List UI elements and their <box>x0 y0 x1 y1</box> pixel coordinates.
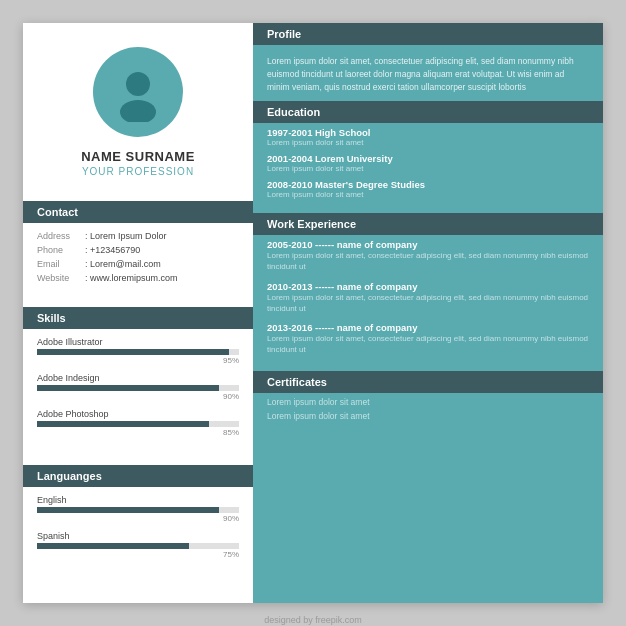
skill-bar-fill-photoshop <box>37 421 209 427</box>
contact-row-website: Website : www.loremipsum.com <box>37 273 239 283</box>
edu-item-1: 1997-2001 High School Lorem ipsum dolor … <box>267 127 589 147</box>
lang-percent-spanish: 75% <box>37 550 239 559</box>
education-header: Education <box>253 101 603 123</box>
contact-value-address: : Lorem Ipsum Dolor <box>85 231 167 241</box>
lang-bar-bg-spanish <box>37 543 239 549</box>
skill-bar-fill-illustrator <box>37 349 229 355</box>
contact-row-email: Email : Lorem@mail.com <box>37 259 239 269</box>
contact-section: Address : Lorem Ipsum Dolor Phone : +123… <box>23 223 253 295</box>
contact-label-email: Email <box>37 259 85 269</box>
profession-text: YOUR PROFESSION <box>81 166 195 177</box>
left-column: NAME SURNAME YOUR PROFESSION Contact Add… <box>23 23 253 603</box>
lang-name-english: English <box>37 495 239 505</box>
cert-item-2: Lorem ipsum dolor sit amet <box>267 411 589 421</box>
lang-item-english: English 90% <box>37 495 239 523</box>
work-item-3: 2013-2016 ------ name of company Lorem i… <box>267 322 589 355</box>
work-title-1: 2005-2010 ------ name of company <box>267 239 589 250</box>
contact-header: Contact <box>23 201 253 223</box>
skill-bar-bg-photoshop <box>37 421 239 427</box>
work-header: Work Experience <box>253 213 603 235</box>
work-section: 2005-2010 ------ name of company Lorem i… <box>253 235 603 371</box>
profile-text: Lorem ipsum dolor sit amet, consectetuer… <box>267 55 589 93</box>
profile-header: Profile <box>253 23 603 45</box>
name-text: NAME SURNAME <box>81 149 195 164</box>
contact-label-phone: Phone <box>37 245 85 255</box>
skill-name-illustrator: Adobe Illustrator <box>37 337 239 347</box>
work-item-1: 2005-2010 ------ name of company Lorem i… <box>267 239 589 272</box>
certificates-section: Lorem ipsum dolor sit amet Lorem ipsum d… <box>253 393 603 435</box>
edu-item-2: 2001-2004 Lorem University Lorem ipsum d… <box>267 153 589 173</box>
skill-bar-bg-illustrator <box>37 349 239 355</box>
svg-point-1 <box>120 100 156 122</box>
skill-item-indesign: Adobe Indesign 90% <box>37 373 239 401</box>
svg-point-0 <box>126 72 150 96</box>
lang-percent-english: 90% <box>37 514 239 523</box>
skill-bar-bg-indesign <box>37 385 239 391</box>
edu-title-2: 2001-2004 Lorem University <box>267 153 589 164</box>
work-item-2: 2010-2013 ------ name of company Lorem i… <box>267 281 589 314</box>
contact-row-phone: Phone : +123456790 <box>37 245 239 255</box>
contact-value-phone: : +123456790 <box>85 245 140 255</box>
edu-item-3: 2008-2010 Master's Degree Studies Lorem … <box>267 179 589 199</box>
contact-value-email: : Lorem@mail.com <box>85 259 161 269</box>
avatar <box>93 47 183 137</box>
skill-bar-fill-indesign <box>37 385 219 391</box>
contact-value-website: : www.loremipsum.com <box>85 273 178 283</box>
edu-title-1: 1997-2001 High School <box>267 127 589 138</box>
cert-item-1: Lorem ipsum dolor sit amet <box>267 397 589 407</box>
skills-section: Adobe Illustrator 95% Adobe Indesign 90%… <box>23 329 253 453</box>
work-title-2: 2010-2013 ------ name of company <box>267 281 589 292</box>
skills-header: Skills <box>23 307 253 329</box>
work-sub-3: Lorem ipsum dolor sit amet, consectetuer… <box>267 333 589 355</box>
edu-sub-2: Lorem ipsum dolor sit amet <box>267 164 589 173</box>
lang-item-spanish: Spanish 75% <box>37 531 239 559</box>
edu-sub-1: Lorem ipsum dolor sit amet <box>267 138 589 147</box>
name-block: NAME SURNAME YOUR PROFESSION <box>81 149 195 177</box>
lang-bar-fill-english <box>37 507 219 513</box>
work-sub-2: Lorem ipsum dolor sit amet, consectetuer… <box>267 292 589 314</box>
skill-item-illustrator: Adobe Illustrator 95% <box>37 337 239 365</box>
languages-section: English 90% Spanish 75% <box>23 487 253 575</box>
profile-section: Lorem ipsum dolor sit amet, consectetuer… <box>253 45 603 101</box>
skill-item-photoshop: Adobe Photoshop 85% <box>37 409 239 437</box>
lang-bar-bg-english <box>37 507 239 513</box>
contact-label-website: Website <box>37 273 85 283</box>
certificates-header: Certificates <box>253 371 603 393</box>
lang-name-spanish: Spanish <box>37 531 239 541</box>
skill-percent-illustrator: 95% <box>37 356 239 365</box>
resume-page: NAME SURNAME YOUR PROFESSION Contact Add… <box>23 23 603 603</box>
contact-label-address: Address <box>37 231 85 241</box>
education-section: 1997-2001 High School Lorem ipsum dolor … <box>253 123 603 213</box>
skill-percent-photoshop: 85% <box>37 428 239 437</box>
edu-sub-3: Lorem ipsum dolor sit amet <box>267 190 589 199</box>
skill-name-photoshop: Adobe Photoshop <box>37 409 239 419</box>
edu-title-3: 2008-2010 Master's Degree Studies <box>267 179 589 190</box>
languages-header: Languanges <box>23 465 253 487</box>
contact-row-address: Address : Lorem Ipsum Dolor <box>37 231 239 241</box>
work-title-3: 2013-2016 ------ name of company <box>267 322 589 333</box>
avatar-section: NAME SURNAME YOUR PROFESSION <box>23 23 253 189</box>
right-column: Profile Lorem ipsum dolor sit amet, cons… <box>253 23 603 603</box>
work-sub-1: Lorem ipsum dolor sit amet, consectetuer… <box>267 250 589 272</box>
skill-name-indesign: Adobe Indesign <box>37 373 239 383</box>
lang-bar-fill-spanish <box>37 543 189 549</box>
watermark: designed by freepik.com <box>23 615 603 625</box>
skill-percent-indesign: 90% <box>37 392 239 401</box>
